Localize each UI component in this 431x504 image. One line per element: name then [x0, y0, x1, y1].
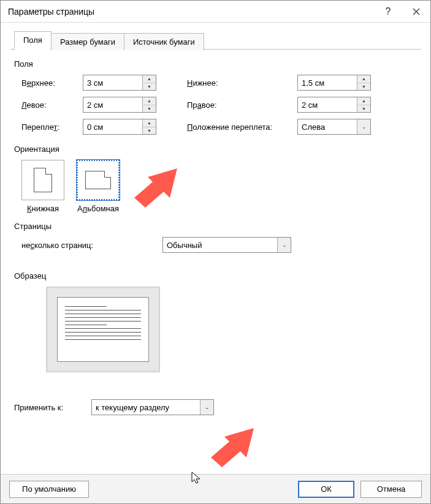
spin-up-icon[interactable]: ▲: [143, 97, 156, 105]
cancel-button[interactable]: Отмена: [360, 481, 422, 498]
orientation-row: Книжная Альбомная: [21, 160, 417, 213]
preview-page-icon: [57, 297, 149, 362]
bottom-margin-field[interactable]: ▲▼: [297, 75, 371, 91]
spin-down-icon[interactable]: ▼: [357, 105, 370, 113]
page-portrait-icon: [34, 168, 52, 192]
margins-panel: Поля Верхнее: ▲▼ Нижнее: ▲▼ Левое:: [10, 50, 421, 415]
spin-down-icon[interactable]: ▼: [143, 127, 156, 135]
multiple-pages-dropdown[interactable]: Обычный ⌄: [162, 237, 291, 253]
top-margin-spinner[interactable]: ▲▼: [142, 75, 156, 90]
page-landscape-icon: [85, 171, 111, 189]
orientation-landscape[interactable]: Альбомная: [77, 160, 120, 213]
right-margin-spinner[interactable]: ▲▼: [357, 97, 370, 112]
left-margin-input[interactable]: [83, 97, 142, 112]
right-margin-field[interactable]: ▲▼: [297, 97, 371, 113]
multiple-pages-label: несколько страниц:: [21, 241, 156, 250]
tab-margins[interactable]: Поля: [14, 31, 51, 50]
dialog-footer: По умолчанию ОК Отмена: [1, 474, 430, 503]
set-default-button[interactable]: По умолчанию: [9, 481, 89, 498]
right-margin-input[interactable]: [298, 97, 357, 112]
preview-box: [46, 287, 160, 372]
bottom-margin-label: Нижнее:: [187, 78, 297, 88]
help-button[interactable]: ?: [374, 1, 402, 23]
bottom-margin-input[interactable]: [298, 75, 357, 90]
chevron-down-icon[interactable]: ⌄: [277, 238, 291, 252]
annotation-arrow-icon: [206, 426, 261, 468]
spin-down-icon[interactable]: ▼: [143, 83, 156, 91]
chevron-down-icon[interactable]: ⌄: [357, 119, 370, 134]
page-setup-dialog: Параметры страницы ? Поля Размер бумаги …: [0, 0, 431, 504]
gutter-pos-value: Слева: [298, 122, 357, 132]
apply-to-row: Применить к: к текущему разделу ⌄: [14, 399, 417, 415]
pages-group-label: Страницы: [14, 222, 417, 231]
top-margin-field[interactable]: ▲▼: [83, 75, 156, 91]
gutter-pos-dropdown[interactable]: Слева ⌄: [297, 119, 371, 135]
tab-paper-source[interactable]: Источник бумаги: [124, 33, 204, 50]
portrait-box: [21, 160, 64, 200]
top-margin-input[interactable]: [83, 75, 142, 90]
svg-marker-1: [211, 428, 254, 467]
bottom-margin-spinner[interactable]: ▲▼: [357, 75, 370, 90]
gutter-input[interactable]: [83, 119, 142, 134]
chevron-down-icon[interactable]: ⌄: [200, 400, 213, 415]
preview-group-label: Образец: [14, 271, 417, 280]
ok-button[interactable]: ОК: [298, 481, 354, 498]
apply-to-label: Применить к:: [14, 403, 85, 412]
tab-strip: Поля Размер бумаги Источник бумаги: [14, 31, 421, 50]
gutter-pos-label: Положение переплета:: [187, 122, 297, 132]
top-margin-label: Верхнее:: [21, 78, 83, 88]
window-title: Параметры страницы: [8, 7, 374, 17]
spin-up-icon[interactable]: ▲: [357, 75, 370, 83]
close-icon: [413, 8, 420, 15]
right-margin-label: Правое:: [187, 100, 297, 110]
apply-to-dropdown[interactable]: к текущему разделу ⌄: [91, 399, 214, 415]
tab-paper-size[interactable]: Размер бумаги: [51, 33, 124, 50]
dialog-content: Поля Размер бумаги Источник бумаги Поля …: [1, 23, 430, 474]
gutter-field[interactable]: ▲▼: [83, 119, 156, 135]
pages-row: несколько страниц: Обычный ⌄: [21, 237, 417, 253]
orientation-group-label: Ориентация: [14, 145, 417, 154]
spin-up-icon[interactable]: ▲: [357, 97, 370, 105]
gutter-spinner[interactable]: ▲▼: [142, 119, 156, 134]
spin-down-icon[interactable]: ▼: [357, 83, 370, 91]
left-margin-field[interactable]: ▲▼: [83, 97, 156, 113]
multiple-pages-value: Обычный: [163, 241, 277, 250]
left-margin-spinner[interactable]: ▲▼: [142, 97, 156, 112]
landscape-box: [77, 160, 120, 200]
spin-up-icon[interactable]: ▲: [143, 119, 156, 127]
portrait-label: Книжная: [27, 204, 59, 213]
titlebar: Параметры страницы ?: [1, 1, 430, 23]
margins-group-label: Поля: [14, 59, 417, 69]
landscape-label: Альбомная: [77, 204, 119, 213]
spin-up-icon[interactable]: ▲: [143, 75, 156, 83]
orientation-portrait[interactable]: Книжная: [21, 160, 64, 213]
apply-to-value: к текущему разделу: [92, 403, 200, 412]
margins-grid: Верхнее: ▲▼ Нижнее: ▲▼ Левое: ▲▼: [21, 75, 417, 135]
close-button[interactable]: [402, 1, 430, 23]
spin-down-icon[interactable]: ▼: [143, 105, 156, 113]
gutter-label: Переплет:: [21, 122, 83, 132]
left-margin-label: Левое:: [21, 100, 83, 110]
